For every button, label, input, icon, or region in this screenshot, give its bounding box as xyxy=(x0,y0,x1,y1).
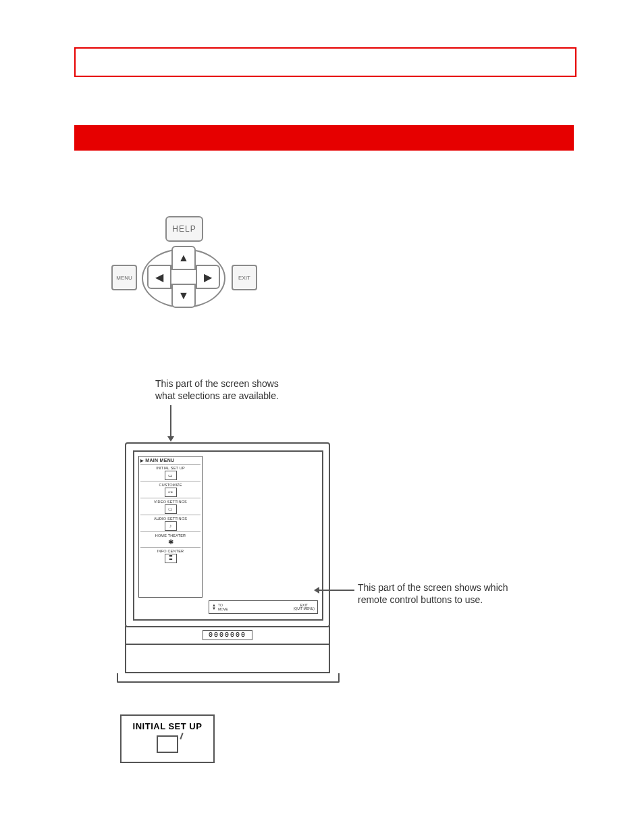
red-outline-box xyxy=(74,47,576,77)
callout-top-line2: what selections are available. xyxy=(155,390,279,401)
arrow-down-button[interactable]: ▼ xyxy=(171,284,196,308)
tv-icon: ▭ xyxy=(165,471,177,480)
tv-base-panel xyxy=(125,645,330,673)
menu-item-label: VIDEO SETTINGS xyxy=(140,500,200,504)
arrow-right-icon: ▶ xyxy=(204,271,212,284)
arrow-right-button[interactable]: ▶ xyxy=(196,265,220,289)
callout-right: This part of the screen shows which remo… xyxy=(358,582,533,606)
tv-screen: MAIN MENU INITIAL SET UP ▭ CUSTOMIZE ⊶ V… xyxy=(133,450,323,621)
direction-pad: ▲ ▼ ◀ ▶ xyxy=(135,243,230,311)
callout-top-line1: This part of the screen shows xyxy=(155,378,279,389)
hint-move: ▲▼ TO MOVE xyxy=(209,603,231,611)
menu-button-label: MENU xyxy=(116,275,132,281)
main-menu-title: MAIN MENU xyxy=(140,458,200,463)
menu-item-label: AUDIO SETTINGS xyxy=(140,517,200,521)
initial-setup-label: INITIAL SET UP xyxy=(122,721,213,731)
main-menu-panel: MAIN MENU INITIAL SET UP ▭ CUSTOMIZE ⊶ V… xyxy=(138,456,203,598)
hint-exit: EXIT (QUIT MENU) xyxy=(291,604,317,611)
hint-move-label: TO MOVE xyxy=(218,603,228,611)
callout-top: This part of the screen shows what selec… xyxy=(155,378,331,402)
arrow-left-button[interactable]: ◀ xyxy=(147,265,171,289)
help-button-label: HELP xyxy=(172,224,196,234)
slider-icon: ⊶ xyxy=(165,488,177,497)
menu-item-initial-setup[interactable]: INITIAL SET UP ▭ xyxy=(140,464,200,481)
menu-item-customize[interactable]: CUSTOMIZE ⊶ xyxy=(140,481,200,498)
menu-item-video-settings[interactable]: VIDEO SETTINGS ▭ xyxy=(140,498,200,515)
document-page: HELP MENU EXIT ▲ ▼ ◀ ▶ This part of t xyxy=(0,0,644,834)
hint-move-arrows-icon: ▲▼ xyxy=(212,604,216,610)
theater-icon: ✱ xyxy=(165,538,176,546)
initial-setup-box: INITIAL SET UP xyxy=(120,714,215,763)
hint-bar: ▲▼ TO MOVE EXIT (QUIT MENU) xyxy=(209,600,318,614)
menu-button[interactable]: MENU xyxy=(111,265,137,290)
arrow-left-icon: ◀ xyxy=(155,271,163,284)
tv-counter: 0000000 xyxy=(203,630,252,640)
arrow-up-icon: ▲ xyxy=(178,252,189,264)
tv-frame: MAIN MENU INITIAL SET UP ▭ CUSTOMIZE ⊶ V… xyxy=(125,442,330,627)
note-icon: ♪ xyxy=(165,521,177,531)
callout-top-arrow-icon xyxy=(170,405,171,440)
exit-button-label: EXIT xyxy=(238,275,250,281)
callout-right-line2: remote control buttons to use. xyxy=(358,594,483,605)
exit-button[interactable]: EXIT xyxy=(232,265,257,290)
menu-item-label: INITIAL SET UP xyxy=(140,466,200,470)
tv-outer: MAIN MENU INITIAL SET UP ▭ CUSTOMIZE ⊶ V… xyxy=(118,442,334,692)
menu-item-audio-settings[interactable]: AUDIO SETTINGS ♪ xyxy=(140,515,200,531)
tv-diagram: This part of the screen shows what selec… xyxy=(118,378,550,702)
menu-item-label: CUSTOMIZE xyxy=(140,483,200,487)
remote-control-illustration: HELP MENU EXIT ▲ ▼ ◀ ▶ xyxy=(111,216,253,317)
menu-item-label: HOME THEATER xyxy=(140,533,200,538)
menu-item-label: INFO CENTER xyxy=(140,549,200,553)
callout-right-line1: This part of the screen shows which xyxy=(358,582,508,593)
red-solid-bar xyxy=(74,125,574,151)
list-icon: ≣ xyxy=(165,554,177,563)
arrow-down-icon: ▼ xyxy=(178,290,189,302)
tv-base-counter-row: 0000000 xyxy=(125,626,330,645)
help-button[interactable]: HELP xyxy=(165,216,203,242)
callout-right-arrow-icon xyxy=(315,590,354,591)
tv-antenna-icon xyxy=(157,735,178,753)
video-icon: ▭ xyxy=(165,504,177,514)
tv-foot xyxy=(117,673,340,683)
menu-item-home-theater[interactable]: HOME THEATER ✱ xyxy=(140,531,200,547)
menu-item-info-center[interactable]: INFO CENTER ≣ xyxy=(140,547,200,564)
arrow-up-button[interactable]: ▲ xyxy=(171,246,196,270)
